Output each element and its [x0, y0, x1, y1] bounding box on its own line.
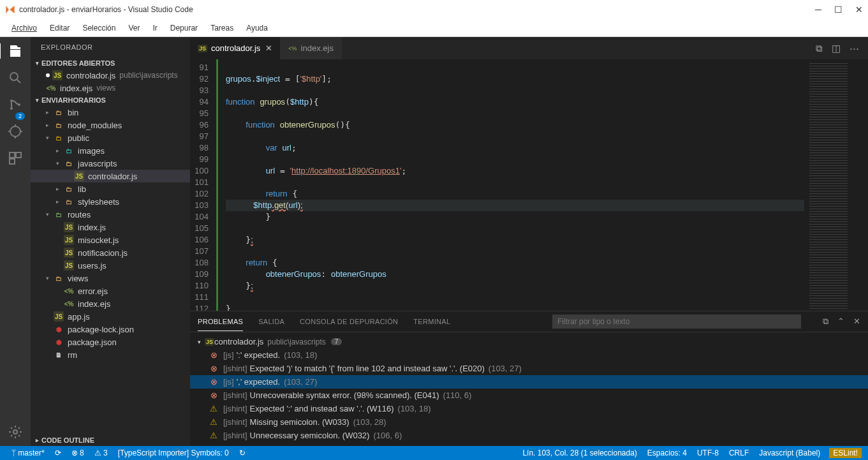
code-content[interactable]: grupos.$inject = ['$http']; function gru… [218, 59, 804, 311]
code-editor[interactable]: 9192939495969798991001011021031041051061… [190, 59, 868, 311]
tree-item[interactable]: ▾🗀views [31, 272, 190, 285]
problem-row[interactable]: ⊗[jshint] Expected ')' to match '{' from… [190, 362, 868, 375]
status-indent[interactable]: Espacios: 4 [642, 449, 692, 457]
problems-file-row[interactable]: JS controlador.js public\javascripts 7 [190, 335, 868, 348]
activity-scm-icon[interactable] [8, 97, 23, 112]
window-close-button[interactable]: ✕ [855, 4, 863, 15]
tree-item[interactable]: <%error.ejs [31, 285, 190, 297]
panel-tab-problemas[interactable]: PROBLEMAS [198, 313, 243, 331]
open-editor-item[interactable]: <% index.ejs views [31, 82, 190, 94]
tree-item[interactable]: ▸🗀bin [31, 106, 190, 119]
tree-item[interactable]: ▾🗀public [31, 131, 190, 144]
tree-item[interactable]: JSmisocket.js [31, 234, 190, 246]
tab-controlador[interactable]: JS controlador.js ✕ [190, 37, 281, 59]
problem-row[interactable]: ⊗[js] ':' expected.(103, 18) [190, 348, 868, 362]
tree-item[interactable]: JSusers.js [31, 259, 190, 272]
activity-extensions-icon[interactable] [8, 151, 23, 166]
panel-maximize-icon[interactable]: ⌃ [837, 316, 844, 327]
activity-settings-icon[interactable] [8, 424, 23, 440]
workspace-header[interactable]: ENVIARHORARIOS [31, 94, 190, 106]
menu-tareas[interactable]: Tareas [204, 21, 240, 35]
tree-item[interactable]: ▾🗀javascripts [31, 157, 190, 170]
status-refresh[interactable]: ↻ [234, 449, 251, 457]
tree-item-label: notificacion.js [78, 248, 128, 258]
tree-item-label: stylesheets [78, 197, 119, 207]
error-icon: ⊗ [209, 390, 218, 400]
status-branch[interactable]: ᛘ master* [6, 449, 50, 457]
ejs-file-icon: <% [288, 45, 297, 52]
tree-item[interactable]: JSnotificacion.js [31, 246, 190, 259]
status-ts-importer[interactable]: [TypeScript Importer] Symbols: 0 [113, 449, 234, 457]
menu-archivo[interactable]: Archivo [5, 21, 43, 35]
tree-item[interactable]: ▸🗀node_modules [31, 119, 190, 131]
vscode-logo-icon [5, 4, 15, 15]
editor-tabs: JS controlador.js ✕ <% index.ejs ⧉ ◫ ⋯ [190, 37, 868, 59]
problem-location: (103, 18) [284, 350, 317, 360]
problem-row[interactable]: ⊗[jshint] Unrecoverable syntax error. (9… [190, 389, 868, 402]
menu-depurar[interactable]: Depurar [164, 21, 204, 35]
problem-row[interactable]: ⚠[jshint] Missing semicolon. (W033)(103,… [190, 415, 868, 429]
close-icon[interactable]: ✕ [265, 43, 272, 53]
status-errors[interactable]: ⊗ 8 [66, 449, 89, 457]
window-minimize-button[interactable]: ─ [815, 4, 821, 15]
status-eol[interactable]: CRLF [724, 449, 754, 457]
open-editors-header[interactable]: EDITORES ABIERTOS [31, 57, 190, 69]
code-outline-header[interactable]: CODE OUTLINE [31, 434, 190, 446]
panel-close-icon[interactable]: ✕ [853, 316, 860, 327]
tree-item[interactable]: ⬢package-lock.json [31, 323, 190, 336]
tree-item[interactable]: JScontrolador.js [31, 170, 190, 182]
tree-item[interactable]: ⬢package.json [31, 336, 190, 348]
panel-tab-consola[interactable]: CONSOLA DE DEPURACIÓN [300, 313, 398, 330]
open-editor-item[interactable]: JS controlador.js public\javascripts [31, 69, 190, 82]
activity-explorer-icon[interactable] [0, 43, 30, 59]
panel-tab-salida[interactable]: SALIDA [258, 313, 284, 330]
problem-row[interactable]: ⚠[jshint] Expected ':' and instead saw '… [190, 402, 868, 415]
tree-item-label: package-lock.json [68, 325, 134, 334]
tree-item[interactable]: JSapp.js [31, 310, 190, 323]
problem-message: Expected ':' and instead saw '.'. (W116) [250, 404, 394, 413]
tree-item[interactable]: ▸🗀stylesheets [31, 195, 190, 208]
minimap[interactable] [804, 59, 868, 311]
tree-item[interactable]: ▾🗀routes [31, 208, 190, 221]
menu-editar[interactable]: Editar [43, 21, 76, 35]
status-language[interactable]: Javascript (Babel) [754, 449, 825, 457]
activity-search-icon[interactable] [8, 70, 23, 85]
menu-ver[interactable]: Ver [122, 21, 146, 35]
js-file-icon: JS [198, 45, 207, 52]
menu-ir[interactable]: Ir [146, 21, 163, 35]
status-sync[interactable]: ⟳ [50, 449, 66, 457]
split-editor-icon[interactable]: ◫ [832, 43, 841, 54]
ejs-file-icon: <% [64, 299, 74, 309]
menu-ayuda[interactable]: Ayuda [240, 21, 274, 35]
chevron-down-icon [198, 339, 201, 345]
status-eslint[interactable]: ESLint! [829, 448, 862, 458]
tree-item[interactable]: <%index.ejs [31, 297, 190, 310]
menu-seleccion[interactable]: Selección [76, 21, 122, 35]
status-cursor-pos[interactable]: Lín. 103, Col. 28 (1 seleccionada) [517, 449, 642, 457]
panel-tab-terminal[interactable]: TERMINAL [413, 313, 450, 330]
compare-icon[interactable]: ⧉ [816, 43, 823, 54]
tree-item[interactable]: 🗎rm [31, 348, 190, 361]
folder-icon: 🗀 [54, 209, 64, 219]
problem-location: (103, 27) [284, 377, 317, 387]
problems-filter-input[interactable] [552, 315, 801, 329]
problem-row[interactable]: ⊗[js] ',' expected.(103, 27) [190, 375, 868, 389]
svg-rect-6 [16, 152, 21, 158]
tree-item[interactable]: ▸🗀lib [31, 182, 190, 195]
scm-badge: 2 [15, 112, 25, 120]
status-encoding[interactable]: UTF-8 [692, 449, 724, 457]
more-icon[interactable]: ⋯ [850, 43, 859, 54]
activity-debug-icon[interactable] [8, 124, 23, 139]
tree-item-label: rm [68, 350, 77, 360]
tree-item[interactable]: JSindex.js [31, 221, 190, 234]
problem-row[interactable]: ⚠[jshint] Unnecessary semicolon. (W032)(… [190, 429, 868, 442]
tree-item[interactable]: ▸🗀images [31, 144, 190, 157]
tab-index-ejs[interactable]: <% index.ejs [281, 37, 342, 59]
sidebar-title: EXPLORADOR [31, 37, 190, 57]
tree-item-label: lib [78, 184, 86, 194]
collapse-all-icon[interactable]: ⧉ [823, 316, 828, 327]
window-titlebar: controlador.js - enviarHorarios - Visual… [0, 0, 868, 19]
problem-message: Missing semicolon. (W033) [250, 417, 349, 427]
status-warnings[interactable]: ⚠ 3 [89, 449, 113, 457]
window-maximize-button[interactable]: ☐ [834, 4, 842, 15]
